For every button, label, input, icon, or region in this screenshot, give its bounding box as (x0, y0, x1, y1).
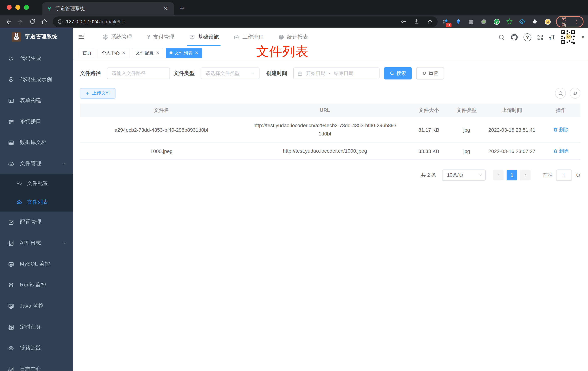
sidebar-menu: 代码生成 代码生成示例 表单构建 系统接口 数据库文档 (0, 48, 73, 371)
avatar-caret-icon[interactable]: ▼ (581, 35, 585, 39)
col-header-size: 文件大小 (407, 107, 451, 114)
tag-file-config[interactable]: 文件配置 ✕ (132, 48, 163, 58)
bookmark-star-icon[interactable] (427, 18, 433, 25)
cloud-download-icon (8, 160, 14, 167)
sidebar-item-code-generation[interactable]: 代码生成 (0, 48, 73, 69)
tag-home[interactable]: 首页 (79, 48, 95, 58)
extension-eye-icon[interactable] (519, 18, 526, 25)
delete-button[interactable]: 删除 (553, 148, 569, 154)
site-info-icon[interactable] (57, 19, 63, 24)
extension-circle-icon[interactable] (480, 18, 487, 25)
tag-file-list[interactable]: 文件列表 ✕ (166, 48, 202, 58)
url-bar[interactable]: 127.0.0.1:1024/infra/file/file (53, 16, 438, 27)
prev-page-button[interactable] (493, 170, 504, 180)
nav-item-system[interactable]: 系统管理 (95, 28, 139, 46)
sidebar-item-system-api[interactable]: 系统接口 (0, 111, 73, 132)
annotation-file-list: 文件列表 (256, 45, 309, 58)
extension-puzzle-icon[interactable] (531, 18, 538, 25)
refresh-table-button[interactable] (570, 88, 580, 99)
nav-item-payment[interactable]: ¥ 支付管理 (139, 28, 182, 46)
avatar[interactable] (561, 30, 576, 45)
file-type-select[interactable]: 请选择文件类型 (201, 68, 260, 79)
back-icon[interactable] (4, 18, 12, 25)
browser-update-button[interactable]: 更新 ⋮ (556, 16, 584, 27)
new-tab-button[interactable]: + (180, 4, 184, 12)
date-range-picker[interactable]: 开始日期 - 结束日期 (293, 68, 380, 79)
tag-profile[interactable]: 个人中心 ✕ (98, 48, 129, 58)
extension-y-icon[interactable]: y (493, 18, 500, 25)
sidebar-item-config-management[interactable]: 配置管理 (0, 212, 73, 233)
fullscreen-icon[interactable] (537, 34, 544, 41)
delete-button[interactable]: 删除 (553, 126, 569, 133)
nav-item-infrastructure[interactable]: 基础设施 (182, 28, 226, 46)
table-toolbar: ＋ 上传文件 (80, 88, 580, 99)
timer-icon (8, 324, 14, 330)
extension-emoji-icon[interactable] (544, 18, 551, 25)
tag-close-icon[interactable]: ✕ (195, 50, 198, 55)
sidebar-item-form-builder[interactable]: 表单构建 (0, 90, 73, 111)
extension-tag-icon[interactable]: 11 (442, 18, 449, 25)
sidebar-item-trace[interactable]: 链路追踪 (0, 338, 73, 359)
password-key-icon[interactable] (400, 18, 406, 25)
search-button[interactable]: 搜索 (384, 67, 412, 80)
sidebar-item-scheduled-tasks[interactable]: 定时任务 (0, 317, 73, 338)
sidebar-collapse-icon[interactable] (78, 33, 85, 41)
reload-icon[interactable] (29, 18, 36, 25)
goto-page-input[interactable] (556, 170, 572, 181)
cloud-upload-icon (16, 199, 22, 205)
show-search-toggle-button[interactable] (555, 88, 566, 99)
sidebar-item-file-management[interactable]: 文件管理 (0, 153, 73, 174)
sidebar-item-db-doc[interactable]: 数据库文档 (0, 132, 73, 153)
filter-form: 文件路径 文件类型 请选择文件类型 创建时间 开始日期 (80, 67, 580, 80)
url-path: /infra/file/file (99, 19, 125, 24)
sidebar-item-api-log[interactable]: API 日志 (0, 233, 73, 254)
date-end-placeholder[interactable]: 结束日期 (334, 70, 353, 77)
sidebar-item-mysql-monitor[interactable]: MySQL 监控 (0, 254, 73, 275)
sidebar-logo[interactable]: 芋道管理系统 (0, 28, 73, 45)
sidebar-item-java-monitor[interactable]: Java 监控 (0, 296, 73, 317)
chevron-down-icon (479, 173, 482, 177)
col-header-filename: 文件名 (80, 107, 243, 114)
update-label: 更新 (561, 15, 571, 28)
tag-close-icon[interactable]: ✕ (122, 50, 126, 55)
nav-item-report[interactable]: 统计报表 (271, 28, 315, 46)
refresh-icon (572, 91, 578, 96)
sidebar-item-code-example[interactable]: 代码生成示例 (0, 69, 73, 90)
sidebar-item-file-config[interactable]: 文件配置 (0, 174, 73, 193)
file-path-input[interactable] (107, 68, 170, 79)
extension-star-icon[interactable] (506, 18, 513, 25)
github-icon[interactable] (511, 33, 518, 41)
sidebar-item-log-center[interactable]: 日志中心 (0, 359, 73, 371)
sidebar-item-redis-monitor[interactable]: Redis 监控 (0, 275, 73, 296)
zoom-window-button[interactable] (24, 5, 29, 10)
help-icon[interactable]: ? (524, 33, 532, 41)
tab-close-icon[interactable]: ✕ (162, 6, 169, 11)
cell-type: jpg (451, 148, 483, 154)
extension-clover-icon[interactable] (468, 18, 475, 25)
date-start-placeholder[interactable]: 开始日期 (306, 70, 326, 77)
page-number-button[interactable]: 1 (506, 170, 517, 180)
minimize-window-button[interactable] (15, 5, 20, 10)
close-window-button[interactable] (7, 5, 11, 10)
browser-tab[interactable]: 芋道管理系统 ✕ (42, 2, 174, 15)
font-size-icon[interactable]: тT (549, 34, 555, 41)
reset-button[interactable]: 重置 (416, 67, 444, 80)
gauge-icon (278, 34, 284, 40)
browser-menu-icon[interactable]: ⋮ (574, 19, 579, 25)
trash-icon (553, 149, 558, 154)
nav-item-workflow[interactable]: 工作流程 (226, 28, 271, 46)
cell-size: 33.33 KB (407, 148, 451, 154)
window-controls[interactable] (7, 5, 29, 10)
forward-icon[interactable] (17, 18, 24, 25)
search-icon[interactable] (498, 34, 505, 41)
db-grid-icon (8, 139, 14, 146)
sidebar-item-file-list[interactable]: 文件列表 (0, 193, 73, 212)
extension-gem-icon[interactable] (455, 18, 462, 25)
next-page-button[interactable] (520, 170, 531, 180)
home-icon[interactable] (41, 18, 48, 25)
page-size-select[interactable]: 10条/页 (442, 170, 486, 181)
share-icon[interactable] (414, 19, 420, 25)
table-row: 1000.jpeg http://test.yudao.iocoder.cn/1… (80, 143, 580, 160)
tag-close-icon[interactable]: ✕ (156, 50, 159, 55)
upload-file-button[interactable]: ＋ 上传文件 (80, 88, 116, 98)
